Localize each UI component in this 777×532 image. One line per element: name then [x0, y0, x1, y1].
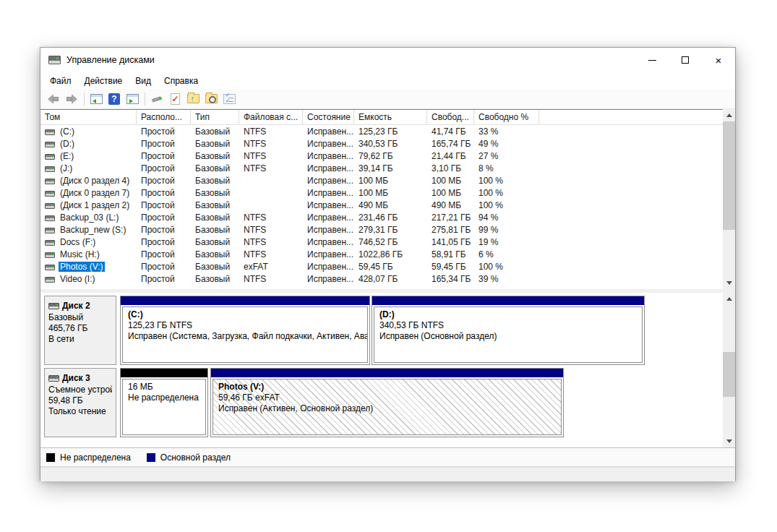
partition-c[interactable]: (C:) 125,23 ГБ NTFS Исправен (Система, З… [120, 296, 370, 365]
table-row[interactable]: Backup_new (S:)ПростойБазовыйNTFSИсправе… [40, 223, 723, 236]
folder-up-button[interactable] [184, 91, 202, 107]
title-bar: Управление дисками × [40, 48, 735, 72]
table-row[interactable]: Docs (F:)ПростойБазовыйNTFSИсправен...74… [40, 236, 723, 248]
column-header-type[interactable]: Тип [191, 110, 239, 124]
disk-row-2: Диск 2 Базовый 465,76 ГБ В сети (C:) 125… [40, 296, 735, 365]
table-cell: Простой [137, 249, 191, 259]
table-cell: 165,34 ГБ [427, 274, 474, 284]
column-header-free-pct[interactable]: Свободно % [474, 110, 539, 124]
partition-title: (C:) [128, 309, 362, 320]
menu-help[interactable]: Справка [158, 74, 205, 88]
checklist-button[interactable] [220, 91, 238, 107]
table-row[interactable]: (Диск 1 раздел 2)ПростойБазовыйИсправен.… [40, 199, 723, 211]
scroll-down-icon[interactable] [723, 435, 735, 447]
disk3-size: 59,48 ГБ [48, 395, 112, 406]
back-icon [48, 95, 59, 103]
table-row[interactable]: Backup_03 (L:)ПростойБазовыйNTFSИсправен… [40, 211, 723, 223]
disk2-type: Базовый [48, 312, 112, 323]
table-cell: 340,53 ГБ [354, 139, 427, 149]
table-cell: Базовый [191, 249, 239, 259]
column-header-status[interactable]: Состояние [303, 110, 354, 124]
volume-name: (C:) [59, 126, 76, 137]
maximize-button[interactable] [669, 48, 702, 72]
table-row[interactable]: (J:)ПростойБазовыйNTFSИсправен...39,14 Г… [40, 162, 723, 174]
toolbar-separator [145, 93, 145, 106]
partition-photos[interactable]: Photos (V:) 59,46 ГБ exFAT Исправен (Акт… [210, 368, 564, 437]
disk-icon [48, 303, 59, 309]
partition-unallocated[interactable]: 16 МБ Не распределена [120, 368, 208, 437]
table-cell: Простой [137, 163, 191, 173]
disk-icon [48, 375, 59, 382]
table-row[interactable]: Photos (V:)ПростойБазовыйexFATИсправен..… [40, 260, 723, 273]
disk3-type: Съемное устройство [48, 385, 112, 395]
partition-status: Исправен (Активен, Основной раздел) [218, 403, 556, 414]
table-cell: Исправен... [303, 237, 354, 247]
table-cell: Простой [137, 200, 191, 210]
column-header-layout[interactable]: Располо... [137, 110, 191, 124]
graphical-view-scrollbar[interactable] [723, 293, 735, 447]
column-header-capacity[interactable]: Емкость [354, 110, 427, 124]
column-header-free[interactable]: Свобод... [427, 110, 474, 124]
volume-list-scrollbar[interactable] [723, 109, 735, 289]
scrollbar-thumb[interactable] [723, 121, 735, 230]
table-row[interactable]: Music (H:)ПростойБазовыйNTFSИсправен...1… [40, 248, 723, 260]
scroll-up-icon[interactable] [723, 293, 735, 305]
table-row[interactable]: (E:)ПростойБазовыйNTFSИсправен...79,62 Г… [40, 150, 723, 162]
close-button[interactable]: × [702, 48, 735, 72]
table-row[interactable]: (C:)ПростойБазовыйNTFSИсправен...125,23 … [40, 125, 723, 137]
scrollbar-thumb[interactable] [723, 352, 735, 397]
table-cell: Простой [137, 213, 191, 223]
detail-pane-button[interactable] [124, 91, 141, 107]
minimize-button[interactable] [635, 48, 669, 72]
scroll-down-icon[interactable] [723, 277, 735, 289]
disk-management-window: Управление дисками × Файл Действие Вид С… [40, 47, 736, 481]
table-cell: Базовый [191, 213, 239, 223]
table-cell: Базовый [191, 188, 239, 198]
disk2-info-box[interactable]: Диск 2 Базовый 465,76 ГБ В сети [44, 296, 116, 365]
table-cell: 39 % [474, 274, 539, 284]
scroll-up-icon[interactable] [723, 109, 735, 121]
menu-view[interactable]: Вид [129, 74, 158, 88]
legend-label-primary: Основной раздел [160, 452, 231, 463]
table-cell: Исправен... [303, 188, 354, 198]
table-cell: 19 % [474, 237, 539, 247]
column-header-filesystem[interactable]: Файловая с... [239, 110, 303, 124]
partition-d[interactable]: (D:) 340,53 ГБ NTFS Исправен (Основной р… [372, 296, 645, 365]
help-button[interactable]: ? [106, 91, 123, 107]
table-cell: Базовый [191, 151, 239, 161]
table-row[interactable]: Video (I:)ПростойБазовыйNTFSИсправен...4… [40, 273, 723, 285]
volume-name: Video (I:) [59, 274, 96, 284]
volume-name: Photos (V:) [59, 262, 105, 272]
menu-action[interactable]: Действие [78, 74, 129, 88]
disk3-info-box[interactable]: Диск 3 Съемное устройство 59,48 ГБ Тольк… [44, 368, 116, 437]
table-cell: Базовый [191, 200, 239, 210]
toolbar-separator [84, 93, 85, 106]
task-check-button[interactable] [166, 91, 184, 107]
back-button[interactable] [45, 91, 62, 107]
table-cell: Исправен... [303, 139, 354, 149]
disk-tool-button[interactable] [148, 91, 166, 107]
partition-size: 125,23 ГБ NTFS [128, 320, 362, 331]
table-cell: 94 % [474, 213, 539, 223]
folder-search-button[interactable] [202, 91, 220, 107]
table-cell: Простой [137, 126, 191, 137]
table-row[interactable]: (D:)ПростойБазовыйNTFSИсправен...340,53 … [40, 137, 723, 150]
table-row[interactable]: (Диск 0 раздел 7)ПростойБазовыйИсправен.… [40, 186, 723, 199]
table-cell: 275,81 ГБ [427, 225, 474, 235]
partition-color-bar [211, 369, 563, 377]
task-check-icon [171, 93, 180, 105]
table-cell: 59,45 ГБ [427, 262, 474, 272]
help-icon: ? [108, 93, 120, 105]
forward-button[interactable] [63, 91, 80, 107]
table-cell: 217,21 ГБ [427, 213, 474, 223]
table-cell: Базовый [191, 225, 239, 235]
checklist-icon [223, 94, 236, 104]
table-row[interactable]: (Диск 0 раздел 4)ПростойБазовыйИсправен.… [40, 174, 723, 186]
column-header-volume[interactable]: Том [40, 110, 137, 124]
disk2-status: В сети [48, 334, 112, 345]
table-cell: Базовый [191, 237, 239, 247]
table-cell: 490 МБ [354, 200, 427, 210]
menu-file[interactable]: Файл [43, 74, 78, 88]
minimize-icon [648, 60, 656, 61]
console-tree-button[interactable] [87, 91, 105, 107]
